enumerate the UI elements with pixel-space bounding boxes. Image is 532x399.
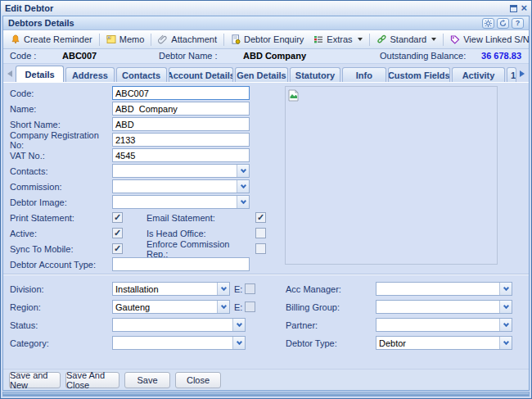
print-statement-label: Print Statement: [10, 213, 112, 223]
billing-group-combo[interactable] [376, 300, 512, 314]
standard-button[interactable]: Standard [372, 33, 442, 46]
name-field-label: Name: [10, 104, 112, 114]
commission-combo-button[interactable] [237, 180, 249, 193]
lower-form: Division: E: Region: [3, 274, 529, 369]
status-combo-button[interactable] [232, 319, 245, 331]
acc-manager-combo[interactable] [376, 282, 512, 296]
category-combo[interactable] [112, 336, 246, 350]
list-icon [313, 34, 323, 44]
memo-button[interactable]: Memo [101, 33, 150, 46]
save-and-close-button[interactable]: Save And Close [65, 372, 119, 388]
view-linked-sn-button[interactable]: View Linked S/N [445, 33, 532, 46]
commission-combo[interactable] [112, 179, 250, 193]
debtor-enquiry-button[interactable]: Debtor Enquiry [226, 33, 309, 46]
status-field-label: Status: [10, 320, 112, 330]
tab-activity[interactable]: Activity [452, 67, 505, 82]
contacts-combo[interactable] [112, 164, 250, 178]
close-footer-button[interactable]: Close [175, 372, 221, 388]
attachment-button[interactable]: Attachment [153, 33, 222, 46]
status-combo-input[interactable] [113, 319, 232, 331]
tab-details[interactable]: Details [16, 66, 64, 82]
print-statement-checkbox[interactable] [112, 212, 123, 223]
commission-combo-input[interactable] [113, 180, 237, 193]
short-name-input[interactable] [112, 117, 250, 131]
tab-scroll-right-button[interactable] [516, 66, 528, 81]
region-e-checkbox[interactable] [245, 302, 255, 312]
title-bar: Edit Debtor × [1, 1, 531, 16]
email-statement-checkbox[interactable] [255, 212, 266, 223]
gear-icon [485, 20, 492, 27]
outstanding-balance-value: 36 678.83 [481, 51, 521, 61]
debtor-image-box [285, 86, 498, 265]
bell-icon [11, 34, 20, 44]
debtor-image-combo-button[interactable] [237, 196, 249, 208]
contacts-combo-input[interactable] [113, 165, 237, 177]
details-tab-content: Code: Name: Short Name: Company Registra… [3, 82, 529, 369]
window-close-icon[interactable]: × [521, 4, 527, 12]
vat-input[interactable] [112, 148, 250, 162]
tab-partial[interactable]: 1 [507, 67, 516, 82]
sync-to-mobile-checkbox[interactable] [112, 243, 123, 254]
tab-scroll-left-button[interactable] [4, 66, 16, 81]
name-input[interactable] [112, 102, 250, 116]
create-reminder-button[interactable]: Create Reminder [6, 33, 97, 46]
region-combo-input[interactable] [113, 301, 217, 313]
paperclip-icon [158, 34, 168, 44]
save-button[interactable]: Save [124, 372, 170, 388]
toolbar-separator [151, 34, 151, 46]
acc-manager-combo-button[interactable] [499, 283, 512, 295]
tab-address[interactable]: Address [65, 67, 114, 82]
tab-statutory[interactable]: Statutory [290, 67, 340, 82]
enforce-commission-checkbox[interactable] [255, 243, 266, 254]
category-combo-button[interactable] [232, 337, 245, 349]
chevron-down-icon [240, 197, 246, 203]
email-statement-label: Email Statement: [147, 213, 244, 223]
category-field-label: Category: [10, 338, 112, 348]
partner-combo-input[interactable] [376, 319, 499, 331]
division-e-checkbox[interactable] [245, 283, 255, 294]
tab-custom-fields[interactable]: Custom Fields [388, 67, 450, 82]
company-reg-input[interactable] [112, 133, 250, 147]
debtor-type-combo[interactable] [376, 336, 512, 350]
save-and-new-button[interactable]: Save and New [9, 372, 61, 388]
division-combo-button[interactable] [217, 283, 229, 295]
active-checkbox[interactable] [112, 228, 123, 238]
debtor-type-combo-input[interactable] [376, 337, 499, 349]
partner-combo[interactable] [376, 318, 512, 332]
toolbar-separator [369, 34, 370, 46]
settings-button[interactable] [482, 18, 494, 29]
region-combo[interactable] [112, 300, 230, 314]
debtor-image-combo[interactable] [112, 195, 250, 209]
billing-group-combo-input[interactable] [376, 301, 499, 313]
debtor-account-type-input[interactable] [112, 257, 250, 271]
help-button[interactable]: ? [512, 18, 524, 29]
debtor-type-combo-button[interactable] [499, 337, 512, 349]
toolbar: Create Reminder Memo Attachment Debtor E… [3, 30, 529, 49]
tab-info[interactable]: Info [342, 67, 386, 82]
acc-manager-combo-input[interactable] [376, 283, 499, 295]
division-combo-input[interactable] [113, 283, 217, 295]
help-icon: ? [516, 19, 521, 27]
region-combo-button[interactable] [217, 301, 229, 313]
debtors-details-panel: Debtors Details ? Create Reminder Memo [2, 16, 530, 391]
left-arrow-icon [7, 70, 12, 77]
sync-to-mobile-label: Sync To Mobile: [10, 244, 112, 254]
billing-group-combo-button[interactable] [499, 301, 512, 313]
tab-gen-details[interactable]: Gen Details [235, 67, 288, 82]
status-combo[interactable] [112, 318, 246, 332]
debtor-image-combo-input[interactable] [113, 196, 237, 208]
category-combo-input[interactable] [113, 337, 232, 349]
tab-account-details[interactable]: Account Details [169, 67, 233, 82]
partner-combo-button[interactable] [499, 319, 512, 331]
division-combo[interactable] [112, 282, 230, 296]
tab-contacts[interactable]: Contacts [116, 67, 167, 82]
is-head-office-checkbox[interactable] [255, 228, 266, 238]
maximize-icon[interactable] [510, 5, 517, 12]
right-arrow-icon [520, 70, 525, 77]
code-input[interactable] [112, 86, 250, 100]
extras-button[interactable]: Extras [309, 33, 367, 46]
lower-form-left-column: Division: E: Region: [3, 282, 279, 369]
contacts-combo-button[interactable] [237, 165, 249, 177]
panel-header: Debtors Details ? [3, 16, 529, 30]
refresh-button[interactable] [497, 18, 509, 29]
